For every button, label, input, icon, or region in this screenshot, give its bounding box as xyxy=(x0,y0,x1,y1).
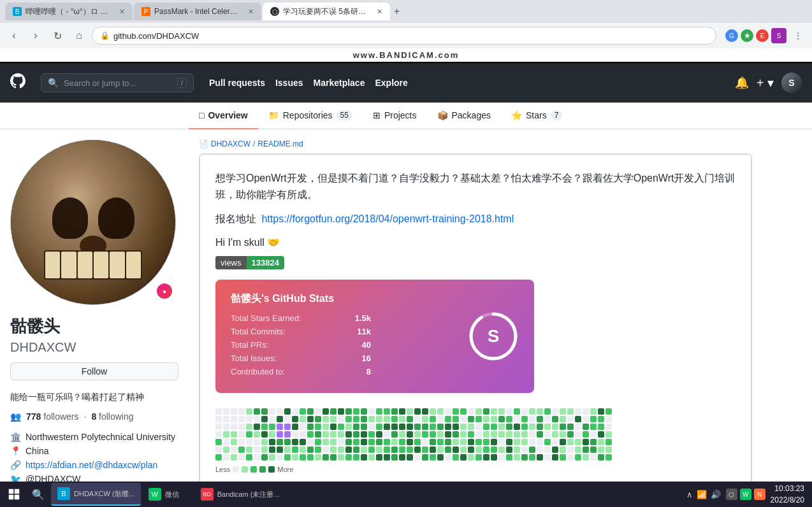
contrib-day[interactable] xyxy=(338,408,344,415)
contrib-day[interactable] xyxy=(552,431,558,438)
contrib-day[interactable] xyxy=(376,439,382,445)
contrib-day[interactable] xyxy=(468,416,474,422)
contrib-day[interactable] xyxy=(544,431,551,438)
contrib-day[interactable] xyxy=(368,431,375,438)
contrib-day[interactable] xyxy=(437,454,444,461)
contrib-day[interactable] xyxy=(338,454,344,461)
contrib-day[interactable] xyxy=(292,454,298,461)
contrib-day[interactable] xyxy=(575,408,581,415)
contrib-day[interactable] xyxy=(437,439,444,445)
ext-icon-4[interactable]: S xyxy=(771,28,787,43)
contrib-day[interactable] xyxy=(605,454,612,461)
contrib-day[interactable] xyxy=(330,439,337,445)
breadcrumb-user[interactable]: DHDAXCW xyxy=(211,139,250,148)
contrib-day[interactable] xyxy=(567,454,574,461)
contrib-day[interactable] xyxy=(590,431,597,438)
contrib-day[interactable] xyxy=(560,454,566,461)
contrib-day[interactable] xyxy=(483,439,489,445)
contrib-day[interactable] xyxy=(376,416,382,422)
contrib-day[interactable] xyxy=(460,416,467,422)
contrib-day[interactable] xyxy=(605,416,612,422)
tray-icon-1[interactable]: ⬡ xyxy=(726,489,737,500)
contrib-day[interactable] xyxy=(292,408,298,415)
contrib-day[interactable] xyxy=(353,408,359,415)
contrib-day[interactable] xyxy=(284,454,291,461)
contrib-day[interactable] xyxy=(338,424,344,430)
contrib-day[interactable] xyxy=(498,454,505,461)
contrib-day[interactable] xyxy=(506,431,512,438)
contrib-day[interactable] xyxy=(323,431,329,438)
contrib-day[interactable] xyxy=(583,424,589,430)
contrib-day[interactable] xyxy=(284,416,291,422)
tab-close-passmark[interactable]: ✕ xyxy=(248,8,254,16)
contrib-day[interactable] xyxy=(437,408,444,415)
contrib-day[interactable] xyxy=(590,454,597,461)
contrib-day[interactable] xyxy=(223,431,229,438)
contrib-day[interactable] xyxy=(583,416,589,422)
contrib-day[interactable] xyxy=(491,424,497,430)
tab-packages[interactable]: 📦 Packages xyxy=(427,103,501,129)
contrib-day[interactable] xyxy=(445,424,451,430)
contrib-day[interactable] xyxy=(598,439,604,445)
tab-close-bilibili[interactable]: ✕ xyxy=(119,8,125,16)
contrib-day[interactable] xyxy=(552,439,558,445)
contrib-day[interactable] xyxy=(246,439,252,445)
contrib-day[interactable] xyxy=(300,424,306,430)
contrib-day[interactable] xyxy=(483,431,489,438)
taskbar-app-bandicam[interactable]: BD Bandicam (未注册... xyxy=(194,483,286,506)
contrib-day[interactable] xyxy=(514,408,520,415)
tab-passmark[interactable]: P PassMark - Intel Celeron G69... ✕ xyxy=(134,3,261,20)
contrib-day[interactable] xyxy=(468,431,474,438)
contrib-day[interactable] xyxy=(544,454,551,461)
contrib-day[interactable] xyxy=(399,431,405,438)
contrib-day[interactable] xyxy=(238,408,245,415)
contrib-day[interactable] xyxy=(475,446,482,453)
contrib-day[interactable] xyxy=(399,446,405,453)
contrib-day[interactable] xyxy=(567,439,574,445)
contrib-day[interactable] xyxy=(330,408,337,415)
contrib-day[interactable] xyxy=(368,416,375,422)
contrib-day[interactable] xyxy=(223,439,229,445)
contrib-day[interactable] xyxy=(407,416,413,422)
contrib-day[interactable] xyxy=(583,439,589,445)
address-bar[interactable]: 🔒 github.com/DHDAXCW xyxy=(92,27,716,45)
taskbar-clock[interactable]: 10:03:23 2022/8/20 xyxy=(771,483,804,506)
contrib-day[interactable] xyxy=(315,446,321,453)
contrib-day[interactable] xyxy=(529,454,535,461)
contrib-day[interactable] xyxy=(254,424,260,430)
tab-close-github[interactable]: ✕ xyxy=(377,8,382,16)
nav-issues[interactable]: Issues xyxy=(275,78,303,88)
contrib-day[interactable] xyxy=(521,446,528,453)
contrib-day[interactable] xyxy=(223,416,229,422)
contrib-day[interactable] xyxy=(307,424,314,430)
contrib-day[interactable] xyxy=(215,416,222,422)
contrib-day[interactable] xyxy=(445,454,451,461)
contrib-day[interactable] xyxy=(468,424,474,430)
contrib-day[interactable] xyxy=(231,446,237,453)
contrib-day[interactable] xyxy=(361,431,367,438)
contrib-day[interactable] xyxy=(529,408,535,415)
contrib-day[interactable] xyxy=(544,408,551,415)
contrib-day[interactable] xyxy=(315,408,321,415)
meta-website-link[interactable]: https://afdian.net/@dhdaxcw/plan xyxy=(25,460,157,470)
contrib-day[interactable] xyxy=(483,424,489,430)
contrib-day[interactable] xyxy=(399,454,405,461)
contrib-day[interactable] xyxy=(307,416,314,422)
new-tab-button[interactable]: + xyxy=(394,6,400,17)
contrib-day[interactable] xyxy=(521,439,528,445)
contrib-day[interactable] xyxy=(391,446,398,453)
contrib-day[interactable] xyxy=(567,408,574,415)
contrib-day[interactable] xyxy=(376,454,382,461)
contrib-day[interactable] xyxy=(445,431,451,438)
contrib-day[interactable] xyxy=(223,424,229,430)
contrib-day[interactable] xyxy=(491,439,497,445)
contrib-day[interactable] xyxy=(338,439,344,445)
contrib-day[interactable] xyxy=(560,446,566,453)
contrib-day[interactable] xyxy=(338,446,344,453)
contrib-day[interactable] xyxy=(506,454,512,461)
contrib-day[interactable] xyxy=(277,416,283,422)
home-button[interactable]: ⌂ xyxy=(70,27,88,45)
contrib-day[interactable] xyxy=(475,454,482,461)
contrib-day[interactable] xyxy=(261,416,268,422)
contrib-day[interactable] xyxy=(506,446,512,453)
